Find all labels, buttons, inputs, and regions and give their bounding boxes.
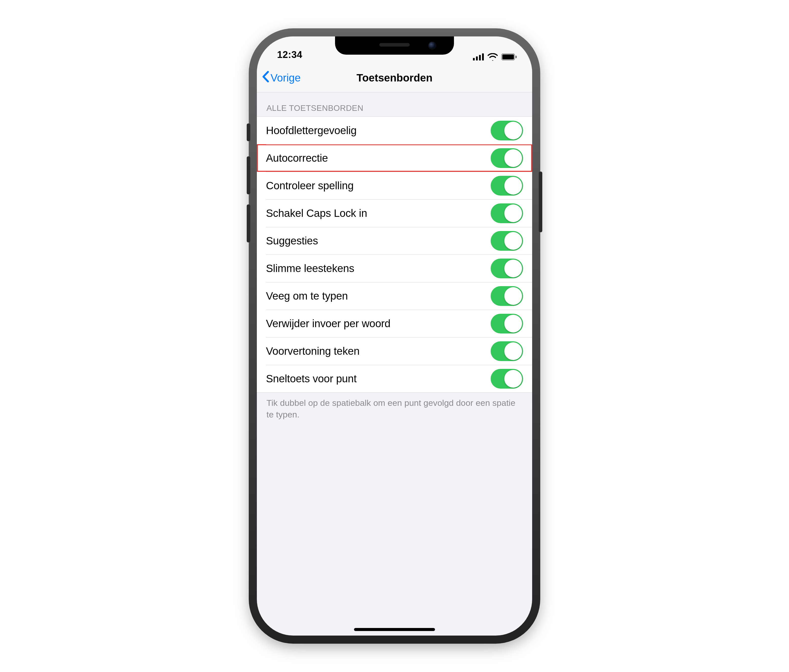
setting-label: Sneltoets voor punt [266,373,356,385]
screen: 12:34 [257,37,532,635]
setting-row-caps-lock: Schakel Caps Lock in [257,200,532,227]
toggle-knob [504,149,522,167]
toggle-knob [504,122,522,139]
setting-row-delete-word: Verwijder invoer per woord [257,310,532,337]
section-header: ALLE TOETSENBORDEN [257,93,532,117]
toggle-autocorrect[interactable] [491,148,523,168]
speaker-grille [379,43,410,46]
setting-row-slide-to-type: Veeg om te typen [257,282,532,310]
power-button [539,172,542,232]
setting-label: Schakel Caps Lock in [266,207,367,219]
back-button[interactable]: Vorige [262,64,300,92]
setting-label: Controleer spelling [266,180,353,192]
setting-row-period-shortcut: Sneltoets voor punt [257,365,532,393]
setting-label: Voorvertoning teken [266,345,359,357]
section-footer: Tik dubbel op de spatiebalk om een punt … [257,393,532,431]
setting-row-predictive: Suggesties [257,227,532,255]
toggle-slide-to-type[interactable] [491,286,523,306]
chevron-left-icon [262,71,270,85]
toggle-caps-lock[interactable] [491,203,523,223]
nav-bar: Vorige Toetsenborden [257,64,532,93]
volume-down-button [247,204,250,243]
cellular-signal-icon [473,53,484,61]
toggle-knob [504,260,522,277]
back-label: Vorige [270,72,300,84]
mute-switch [247,123,250,141]
toggle-check-spelling[interactable] [491,176,523,196]
svg-rect-2 [479,55,481,61]
toggle-delete-word[interactable] [491,314,523,334]
toggle-knob [504,232,522,250]
setting-label: Autocorrectie [266,152,328,164]
page-title: Toetsenborden [356,72,433,84]
svg-rect-6 [516,56,517,58]
toggle-knob [504,370,522,388]
toggle-smart-punct[interactable] [491,259,523,278]
volume-up-button [247,156,250,194]
svg-rect-5 [502,54,514,59]
setting-row-smart-punct: Slimme leestekens [257,255,532,282]
battery-icon [501,53,517,61]
iphone-frame: 12:34 [250,30,539,642]
setting-row-char-preview: Voorvertoning teken [257,337,532,365]
setting-label: Veeg om te typen [266,290,348,302]
setting-label: Hoofdlettergevoelig [266,125,356,137]
setting-row-auto-cap: Hoofdlettergevoelig [257,117,532,144]
status-time: 12:34 [277,49,302,60]
setting-label: Slimme leestekens [266,262,354,275]
svg-rect-0 [473,58,475,61]
toggle-knob [504,315,522,332]
svg-rect-3 [482,53,484,61]
setting-row-autocorrect: Autocorrectie [257,144,532,172]
front-camera [428,42,436,49]
toggle-auto-cap[interactable] [491,121,523,140]
notch [335,37,454,55]
setting-label: Suggesties [266,235,318,247]
toggle-char-preview[interactable] [491,341,523,361]
toggle-predictive[interactable] [491,231,523,251]
toggle-period-shortcut[interactable] [491,369,523,389]
toggle-knob [504,204,522,222]
home-indicator[interactable] [354,628,435,631]
setting-label: Verwijder invoer per woord [266,318,390,330]
toggle-knob [504,177,522,195]
toggle-knob [504,342,522,360]
toggle-knob [504,287,522,305]
wifi-icon [488,53,498,61]
setting-row-check-spelling: Controleer spelling [257,172,532,200]
settings-list[interactable]: ALLE TOETSENBORDEN HoofdlettergevoeligAu… [257,93,532,431]
svg-rect-1 [476,56,478,61]
